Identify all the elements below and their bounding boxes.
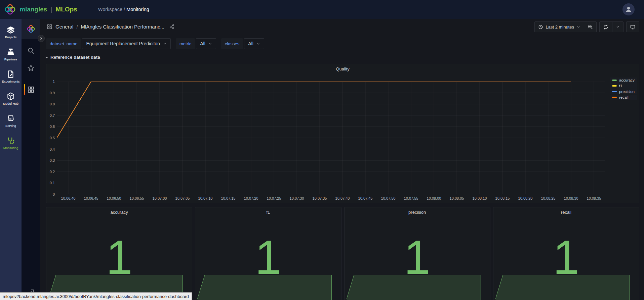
starred-dashboards-button[interactable] — [22, 60, 40, 76]
dashboard-title-separator: / — [76, 24, 78, 30]
grafana-sidebar — [22, 19, 40, 300]
stat-value: 1 — [255, 234, 281, 281]
x-tick-label: 10:07:00 — [153, 196, 167, 200]
chevron-right-icon — [39, 37, 43, 40]
dashboard-title-button[interactable]: General / MlAngles Classification Perfor… — [47, 24, 164, 30]
dashboard-folder[interactable]: General — [55, 24, 73, 30]
clock-icon — [538, 24, 543, 30]
legend-item-precision[interactable]: precision — [610, 89, 637, 94]
sidebar-item-label: Experiments — [2, 80, 20, 83]
chevron-down-icon — [576, 25, 580, 29]
dashboard-title[interactable]: MlAngles Classification Performanc... — [81, 24, 164, 30]
grafana-logo-button[interactable] — [22, 19, 40, 39]
top-navbar: mlangles | MLOps Workspace / Monitoring — [0, 0, 644, 19]
legend-item-f1[interactable]: f1 — [610, 83, 637, 89]
x-tick-label: 10:06:50 — [107, 196, 121, 200]
breadcrumb-separator: / — [124, 7, 125, 12]
filter-metric: metric All — [176, 38, 216, 49]
panel-title[interactable]: Quality — [46, 66, 639, 71]
sidebar-item-monitoring[interactable]: Monitoring — [0, 136, 22, 150]
filter-dataset-name: dataset_name Equipment Replacement Predi… — [46, 38, 171, 49]
y-tick-label: 0.1 — [50, 181, 55, 185]
zoom-out-button[interactable] — [584, 22, 596, 32]
x-tick-label: 10:08:15 — [495, 196, 510, 200]
filter-value-text: All — [248, 41, 253, 46]
row-reference-dataset-data[interactable]: Reference dataset data — [45, 55, 100, 60]
sidebar-item-label: Serving — [5, 124, 16, 128]
dataset-name-dropdown[interactable]: Equipment Replacement Prediciton — [82, 38, 170, 49]
y-axis-labels: 10.90.80.70.60.50.40.30.20.10 — [46, 82, 55, 194]
refresh-interval-dropdown[interactable] — [612, 22, 623, 32]
stat-panel-title[interactable]: f1 — [195, 210, 341, 215]
brand-suffix: MLOps — [55, 6, 77, 13]
chevron-down-icon — [45, 55, 49, 59]
sidebar-item-label: Projects — [5, 35, 16, 39]
y-tick-label: 0.4 — [50, 147, 55, 151]
sidebar-item-label: Model Hub — [3, 102, 18, 105]
filter-label: classes — [221, 38, 243, 49]
stat-panels-row: accuracy 1 f1 1 precision 1 recall 1 — [46, 207, 639, 300]
x-tick-label: 10:07:10 — [198, 196, 213, 200]
user-avatar[interactable] — [622, 3, 635, 15]
legend-label: accuracy — [619, 78, 635, 82]
sidebar-item-model-hub[interactable]: Model Hub — [0, 92, 22, 105]
dashboards-button[interactable] — [22, 82, 40, 97]
breadcrumb-section[interactable]: Workspace — [98, 7, 122, 12]
x-tick-label: 10:07:30 — [290, 196, 304, 200]
active-section-indicator — [24, 84, 25, 95]
y-tick-label: 0.6 — [50, 124, 55, 129]
stat-value: 1 — [106, 234, 132, 281]
y-tick-label: 1 — [53, 80, 55, 84]
sidebar-expand-button[interactable] — [38, 35, 45, 42]
share-button[interactable] — [169, 24, 175, 30]
metric-dropdown[interactable]: All — [196, 38, 216, 49]
brand-separator: | — [50, 6, 52, 13]
x-tick-label: 10:07:40 — [335, 196, 350, 200]
x-tick-label: 10:07:25 — [267, 196, 281, 200]
breadcrumb-page: Monitoring — [126, 7, 149, 12]
legend-label: f1 — [619, 84, 622, 88]
row-header-label: Reference dataset data — [50, 55, 100, 60]
dashboard-grid-icon — [47, 24, 52, 30]
sidebar-item-serving[interactable]: Serving — [0, 114, 22, 128]
stat-panel-f1: f1 1 — [195, 207, 341, 300]
stat-panel-recall: recall 1 — [493, 207, 639, 300]
x-tick-label: 10:08:05 — [450, 196, 464, 200]
stat-panel-title[interactable]: precision — [345, 210, 490, 215]
quality-chart-plot[interactable] — [57, 82, 605, 194]
refresh-icon — [603, 24, 609, 30]
legend-label: precision — [619, 90, 635, 94]
chevron-down-icon — [208, 42, 212, 46]
star-icon — [27, 64, 35, 72]
y-tick-label: 0.9 — [50, 91, 55, 95]
legend-item-accuracy[interactable]: accuracy — [610, 78, 637, 83]
y-tick-label: 0.5 — [50, 136, 55, 140]
legend-item-recall[interactable]: recall — [610, 95, 637, 100]
time-range-picker[interactable]: Last 2 minutes — [535, 22, 584, 32]
x-tick-label: 10:08:10 — [473, 196, 487, 200]
chevron-down-icon — [616, 25, 620, 29]
cube-icon — [6, 92, 15, 101]
chart-legend: accuracyf1precisionrecall — [610, 78, 637, 100]
refresh-button[interactable] — [600, 22, 612, 32]
stat-panel-precision: precision 1 — [344, 207, 490, 300]
x-tick-label: 10:08:30 — [564, 196, 578, 200]
x-tick-label: 10:07:20 — [244, 196, 258, 200]
status-url-text: mlopsv2backend.mlangles.ai:3000/d/5doIRY… — [3, 294, 189, 299]
sidebar-item-projects[interactable]: Projects — [0, 26, 22, 39]
filter-label: dataset_name — [46, 38, 81, 49]
stat-panel-title[interactable]: recall — [493, 210, 639, 215]
brand[interactable]: mlangles | MLOps — [0, 3, 77, 16]
x-tick-label: 10:08:00 — [427, 196, 441, 200]
time-range-label: Last 2 minutes — [546, 24, 574, 30]
search-button[interactable] — [22, 43, 40, 58]
stethoscope-icon — [6, 136, 15, 145]
stat-panel-title[interactable]: accuracy — [46, 210, 192, 215]
x-axis-labels: 10:06:4010:06:4510:06:5010:06:5510:07:00… — [57, 196, 605, 201]
sidebar-item-pipelines[interactable]: Pipelines — [0, 48, 22, 61]
mlangles-logo-icon — [3, 3, 17, 16]
sidebar-item-experiments[interactable]: Experiments — [0, 70, 22, 83]
stat-value: 1 — [404, 234, 431, 281]
kiosk-mode-button[interactable] — [627, 22, 639, 32]
classes-dropdown[interactable]: All — [244, 38, 264, 49]
